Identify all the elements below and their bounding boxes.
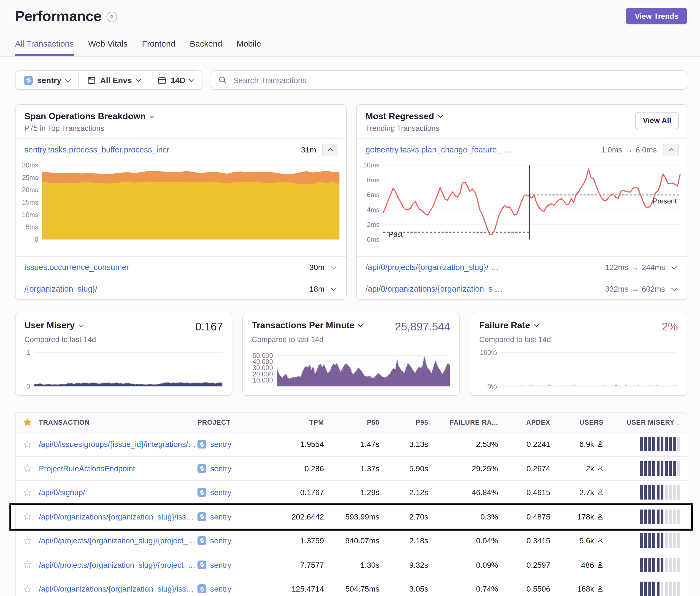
user-misery-bars [603, 461, 687, 476]
tpm-value: 125.4714 [269, 585, 324, 594]
favorite-star-icon[interactable] [16, 464, 39, 473]
project-cell[interactable]: sentry [197, 561, 269, 569]
svg-text:10,000: 10,000 [253, 377, 273, 384]
svg-text:25ms: 25ms [22, 174, 38, 181]
project-filter-label: sentry [37, 76, 61, 84]
project-cell[interactable]: sentry [197, 585, 269, 594]
p95-value: 2.70s [379, 512, 428, 521]
failure-rate-title[interactable]: Failure Rate [479, 320, 538, 331]
table-row: /api/0/signup/sentry0.17671.29s2.12s46.8… [16, 480, 687, 504]
chevron-down-icon [135, 77, 141, 82]
col-header-p95[interactable]: P95 [379, 418, 428, 426]
p50-value: 940.07ms [324, 536, 379, 545]
transaction-link[interactable]: /api/0/issues|groups/{issue_id}/integrat… [39, 440, 197, 449]
svg-text:0: 0 [26, 383, 30, 390]
project-link[interactable]: sentry [210, 440, 231, 449]
users-value: 5.6k [550, 536, 603, 545]
environment-filter-label: All Envs [100, 76, 132, 84]
table-row: /api/0/projects/{organization_slug}/{pro… [16, 528, 687, 552]
tab-all-transactions[interactable]: All Transactions [15, 39, 74, 56]
table-row: /api/0/issues|groups/{issue_id}/integrat… [16, 433, 687, 456]
transaction-link[interactable]: /api/0/signup/ [39, 488, 197, 497]
apdex-value: 0.4875 [498, 512, 550, 521]
arrow-right-icon: → [622, 145, 636, 154]
svg-text:1: 1 [26, 350, 30, 356]
user-icon [597, 441, 603, 448]
user-icon [597, 586, 603, 592]
transaction-link[interactable]: /api/0/organizations/{organization_slug}… [39, 512, 197, 521]
regressed-link[interactable]: getsentry.tasks.plan_change_feature_ … [366, 145, 512, 154]
span-operations-title[interactable]: Span Operations Breakdown [24, 111, 339, 122]
p50-value: 1.30s [324, 561, 379, 569]
favorite-star-icon[interactable] [16, 561, 39, 569]
expand-chevron-icon[interactable] [331, 264, 336, 269]
svg-text:8ms: 8ms [367, 176, 379, 184]
span-op-link[interactable]: issues.occurrence_consumer [24, 263, 129, 272]
col-header-user-misery[interactable]: USER MISERY↓ [603, 418, 687, 426]
tab-backend[interactable]: Backend [190, 39, 222, 56]
col-header-apdex[interactable]: APDEX [498, 418, 550, 426]
regressed-link[interactable]: /api/0/projects/{organization_slug}/ … [366, 263, 499, 272]
star-header-icon [16, 417, 39, 427]
table-row: ProjectRuleActionsEndpointsentry0.2861.3… [16, 456, 687, 480]
project-link[interactable]: sentry [210, 536, 231, 545]
project-cell[interactable]: sentry [197, 488, 269, 497]
project-cell[interactable]: sentry [197, 440, 269, 449]
page-filters: sentry All Envs 14D [15, 71, 203, 90]
project-link[interactable]: sentry [210, 561, 231, 569]
collapse-button[interactable] [322, 143, 339, 156]
expand-chevron-icon[interactable] [671, 285, 677, 291]
tab-frontend[interactable]: Frontend [142, 39, 175, 56]
user-misery-title[interactable]: User Misery [24, 320, 82, 331]
transaction-link[interactable]: /api/0/projects/{organization_slug}/{pro… [39, 536, 197, 545]
most-regressed-title[interactable]: Most Regressed [366, 111, 679, 122]
project-link[interactable]: sentry [210, 512, 231, 521]
span-op-link[interactable]: sentry.tasks.process_buffer.process_incr [24, 145, 170, 154]
col-header-p50[interactable]: P50 [324, 418, 379, 426]
favorite-star-icon[interactable] [16, 440, 39, 448]
tab-web-vitals[interactable]: Web Vitals [88, 39, 128, 56]
transaction-link[interactable]: /api/0/projects/{organization_slug}/{pro… [39, 561, 197, 569]
chevron-down-icon [149, 113, 154, 118]
span-op-duration: 30m [309, 263, 324, 272]
help-icon[interactable]: ? [106, 11, 117, 22]
collapse-button[interactable] [663, 143, 679, 156]
transaction-link[interactable]: ProjectRuleActionsEndpoint [39, 464, 197, 473]
project-filter[interactable]: sentry [16, 71, 78, 89]
project-cell[interactable]: sentry [197, 512, 269, 521]
expand-chevron-icon[interactable] [331, 285, 336, 291]
project-link[interactable]: sentry [210, 488, 231, 497]
col-header-project[interactable]: PROJECT [197, 418, 269, 426]
project-cell[interactable]: sentry [197, 464, 269, 473]
date-range-filter[interactable]: 14D [149, 71, 202, 89]
project-link[interactable]: sentry [210, 464, 231, 473]
table-row: /api/0/organizations/{organization_slug}… [16, 577, 687, 596]
col-header-failure-rate[interactable]: FAILURE RA... [428, 418, 498, 426]
p50-value: 1.29s [324, 488, 379, 497]
svg-text:0ms: 0ms [367, 236, 379, 243]
view-trends-button[interactable]: View Trends [626, 8, 687, 24]
transaction-link[interactable]: /api/0/organizations/{organization_slug}… [39, 585, 197, 594]
p95-value: 3.05s [379, 585, 428, 594]
col-header-tpm[interactable]: TPM [269, 418, 324, 426]
tpm-title[interactable]: Transactions Per Minute [252, 320, 362, 331]
environment-filter[interactable]: All Envs [78, 71, 148, 89]
project-cell[interactable]: sentry [197, 536, 269, 545]
favorite-star-icon[interactable] [16, 537, 39, 545]
chevron-down-icon [358, 322, 363, 327]
span-op-row: issues.occurrence_consumer 30m [16, 256, 346, 278]
favorite-star-icon[interactable] [16, 585, 39, 593]
tab-mobile[interactable]: Mobile [236, 39, 261, 56]
search-transactions-box [211, 71, 687, 90]
project-link[interactable]: sentry [210, 585, 231, 594]
favorite-star-icon[interactable] [16, 513, 39, 521]
col-header-transaction[interactable]: TRANSACTION [39, 418, 197, 426]
favorite-star-icon[interactable] [16, 488, 39, 497]
view-all-button[interactable]: View All [635, 112, 679, 129]
search-input[interactable] [232, 75, 679, 85]
col-header-users[interactable]: USERS [550, 418, 603, 426]
regressed-link[interactable]: /api/0/organizations/{organization_s … [366, 284, 503, 293]
expand-chevron-icon[interactable] [671, 264, 677, 269]
tpm-value: 202.6442 [269, 512, 324, 521]
span-op-link[interactable]: /{organization_slug}/ [24, 284, 97, 293]
